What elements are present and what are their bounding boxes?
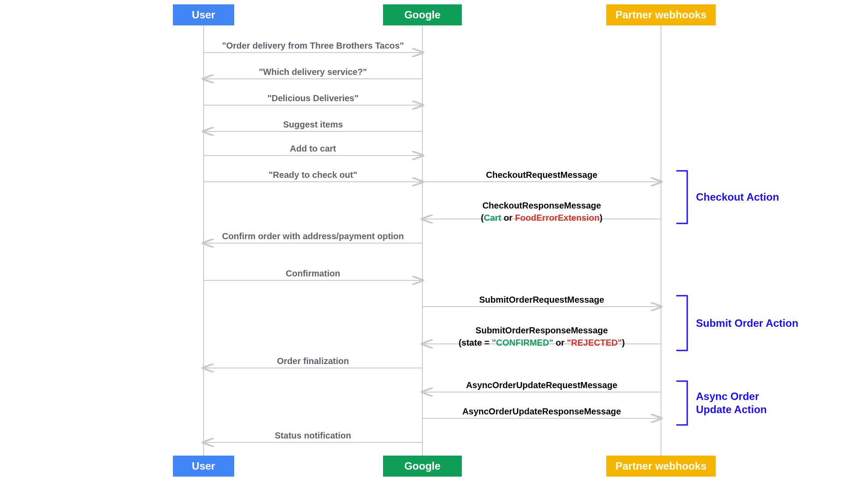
sequence-diagram: User Google Partner webhooks User Google… bbox=[0, 0, 868, 481]
action-submit: Submit Order Action bbox=[696, 317, 798, 330]
msg-confirm-order: Confirm order with address/payment optio… bbox=[204, 231, 422, 241]
msg-status-notif: Status notification bbox=[204, 431, 422, 441]
msg-add-to-cart: Add to cart bbox=[204, 144, 422, 154]
msg-delicious: "Delicious Deliveries" bbox=[204, 93, 422, 103]
msg-async-resp: AsyncOrderUpdateResponseMessage bbox=[422, 407, 661, 417]
msg-submit-resp: SubmitOrderResponseMessage bbox=[422, 325, 661, 336]
msg-async-req: AsyncOrderUpdateRequestMessage bbox=[422, 380, 661, 390]
msg-order-finalization: Order finalization bbox=[204, 356, 422, 366]
msg-which-service: "Which delivery service?" bbox=[204, 67, 422, 77]
action-async: Async Order Update Action bbox=[696, 390, 767, 416]
msg-checkout-resp: CheckoutResponseMessage bbox=[422, 201, 661, 211]
msg-submit-resp-sub: (state = "CONFIRMED" or "REJECTED") bbox=[422, 338, 661, 348]
msg-checkout-req: CheckoutRequestMessage bbox=[422, 170, 661, 180]
action-checkout: Checkout Action bbox=[696, 191, 779, 204]
msg-submit-req: SubmitOrderRequestMessage bbox=[422, 295, 661, 305]
msg-checkout-resp-sub: (Cart or FoodErrorExtension) bbox=[422, 213, 661, 223]
msg-ready-checkout: "Ready to check out" bbox=[204, 170, 422, 180]
msg-confirmation: Confirmation bbox=[204, 269, 422, 279]
msg-suggest-items: Suggest items bbox=[204, 120, 422, 130]
msg-order-delivery: "Order delivery from Three Brothers Taco… bbox=[204, 41, 422, 51]
